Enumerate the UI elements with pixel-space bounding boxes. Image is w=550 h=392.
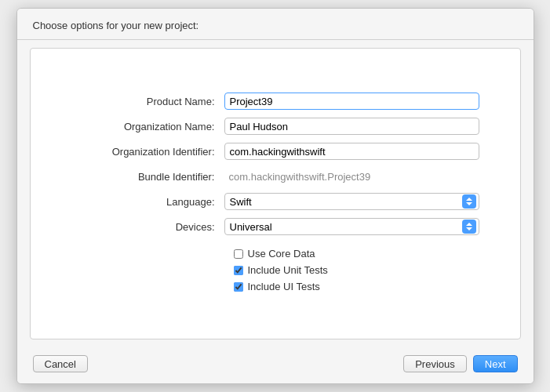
cancel-button[interactable]: Cancel (33, 355, 88, 372)
devices-select-wrapper: Universal iPhone iPad (224, 218, 479, 235)
include-ui-tests-label: Include UI Tests (248, 281, 320, 292)
devices-row: Devices: Universal iPhone iPad (71, 218, 479, 235)
use-core-data-label: Use Core Data (248, 248, 315, 260)
dialog-footer: Cancel Previous Next (17, 347, 534, 383)
org-name-label: Organization Name: (71, 121, 224, 132)
product-name-label: Product Name: (71, 96, 224, 107)
product-name-input[interactable] (224, 93, 479, 110)
language-select-wrapper: Swift Objective-C (224, 193, 479, 210)
org-identifier-label: Organization Identifier: (71, 146, 224, 158)
bundle-identifier-input (224, 168, 479, 185)
language-row: Language: Swift Objective-C (71, 193, 479, 210)
use-core-data-row: Use Core Data (234, 248, 479, 260)
devices-label: Devices: (71, 221, 224, 233)
dialog-title: Choose options for your new project: (33, 20, 199, 31)
checkboxes-container: Use Core Data Include Unit Tests Include… (71, 248, 479, 297)
include-ui-tests-checkbox[interactable] (234, 282, 243, 292)
include-unit-tests-label: Include Unit Tests (248, 264, 328, 276)
org-identifier-row: Organization Identifier: (71, 143, 479, 160)
dialog-header: Choose options for your new project: (17, 9, 534, 40)
org-name-row: Organization Name: (71, 118, 479, 135)
next-button[interactable]: Next (473, 355, 518, 372)
language-select[interactable]: Swift Objective-C (224, 193, 479, 210)
use-core-data-checkbox[interactable] (234, 249, 243, 259)
devices-select[interactable]: Universal iPhone iPad (224, 218, 479, 235)
bundle-identifier-row: Bundle Identifier: (71, 168, 479, 185)
new-project-dialog: Choose options for your new project: Pro… (16, 8, 534, 384)
dialog-body: Product Name: Organization Name: Organiz… (30, 48, 521, 339)
previous-button[interactable]: Previous (403, 355, 467, 372)
form-container: Product Name: Organization Name: Organiz… (46, 61, 504, 297)
product-name-row: Product Name: (71, 93, 479, 110)
org-name-input[interactable] (224, 118, 479, 135)
language-label: Language: (71, 196, 224, 208)
footer-right: Previous Next (403, 355, 517, 372)
include-ui-tests-row: Include UI Tests (234, 281, 479, 292)
bundle-identifier-label: Bundle Identifier: (71, 171, 224, 183)
org-identifier-input[interactable] (224, 143, 479, 160)
include-unit-tests-checkbox[interactable] (234, 266, 243, 275)
include-unit-tests-row: Include Unit Tests (234, 264, 479, 276)
